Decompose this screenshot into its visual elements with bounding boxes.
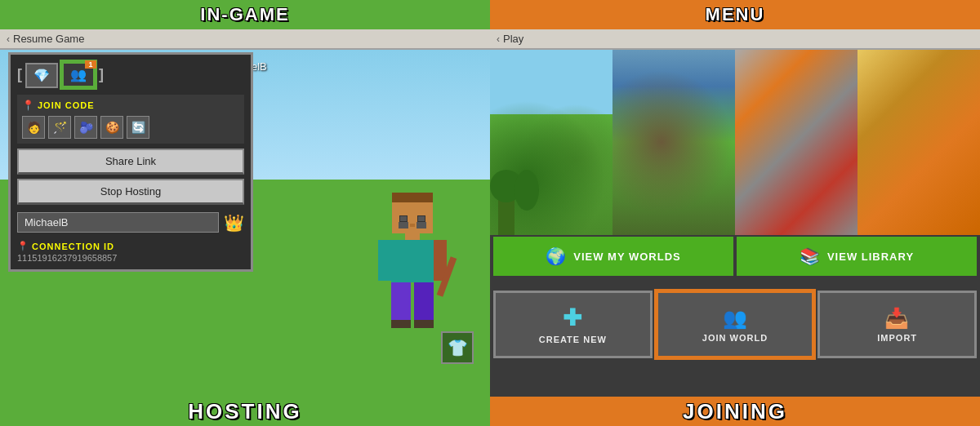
world-icon: 💎 (33, 68, 50, 83)
create-new-label: CREATE NEW (539, 335, 607, 344)
play-chevron-icon: ‹ (497, 33, 500, 45)
view-worlds-label: VIEW MY WORLDS (573, 251, 680, 263)
create-new-button[interactable]: ✚ CREATE NEW (493, 291, 653, 358)
player-icon-5: 🔄 (127, 116, 149, 139)
player-name-field: MichaelB (17, 212, 219, 233)
top-bar: IN-GAME MENU (0, 0, 980, 29)
view-library-button[interactable]: 📚 VIEW LIBRARY (737, 237, 977, 276)
player-icon-1: 🧑 (22, 116, 45, 139)
ingame-menu-panel: [ 💎 👥 1 ] 📍 JOIN CODE (8, 52, 253, 272)
worlds-icon: 🌍 (546, 246, 567, 266)
ingame-label: IN-GAME (0, 0, 490, 29)
tab-friends[interactable]: 👥 1 (61, 61, 96, 88)
world-image-2 (612, 49, 735, 235)
joining-label: JOINING (490, 397, 980, 426)
share-link-button[interactable]: Share Link (17, 149, 244, 175)
world-image-1 (490, 49, 612, 235)
bracket-left: [ (17, 66, 22, 83)
world-image-3 (735, 49, 858, 235)
steve-neck (405, 233, 420, 240)
join-world-label: JOIN WORLD (702, 333, 768, 343)
tab-bar: [ 💎 👥 1 ] (17, 61, 244, 88)
player-icon-2: 🪄 (48, 116, 71, 139)
import-label: IMPORT (877, 333, 917, 343)
connection-icon: 📍 (17, 241, 29, 251)
tab-world[interactable]: 💎 (25, 63, 58, 88)
chevron-left-icon: ‹ (7, 33, 10, 45)
crown-icon: 👑 (224, 213, 244, 233)
join-code-section: 📍 JOIN CODE 🧑 🪄 🫐 🍪 🔄 (17, 95, 244, 144)
friends-icon: 👥 (70, 67, 87, 82)
import-icon: 📥 (884, 307, 910, 330)
right-panel: ‹ Play 🌍 VIEW MY WORLDS 📚 VIEW LIBRA (490, 29, 980, 397)
steve-body (391, 240, 434, 282)
player-icons-row: 🧑 🪄 🫐 🍪 🔄 (22, 116, 239, 139)
left-panel: ‹ Resume Game MichaelB [ 💎 👥 1 ] (0, 29, 490, 397)
resume-bar: ‹ Resume Game (0, 29, 490, 50)
join-world-icon: 👥 (723, 307, 748, 330)
main-area: ‹ Resume Game MichaelB [ 💎 👥 1 ] (0, 29, 980, 397)
join-code-label: 📍 JOIN CODE (22, 100, 239, 111)
player-icon-3: 🫐 (74, 116, 97, 139)
world-image-4 (858, 49, 980, 235)
bottom-bar: HOSTING JOINING (0, 397, 980, 426)
play-label: Play (503, 33, 523, 45)
menu-label: MENU (490, 0, 980, 29)
view-my-worlds-button[interactable]: 🌍 VIEW MY WORLDS (493, 237, 733, 276)
view-library-label: VIEW LIBRARY (827, 251, 914, 263)
bracket-right: ] (99, 66, 104, 83)
steve-legs (391, 282, 434, 320)
player-icon-4: 🍪 (100, 116, 123, 139)
steve-head (392, 193, 433, 233)
view-buttons-row: 🌍 VIEW MY WORLDS 📚 VIEW LIBRARY (490, 237, 980, 276)
connection-id-label: 📍 CONNECTION ID (17, 241, 244, 251)
resume-label: Resume Game (13, 33, 84, 45)
join-code-icon: 📍 (22, 100, 34, 111)
action-buttons-row: ✚ CREATE NEW 👥 JOIN WORLD 📥 IMPORT (490, 291, 980, 358)
player-row: MichaelB 👑 (17, 209, 244, 236)
wardrobe-icon[interactable]: 👕 (441, 331, 474, 364)
steve-feet (391, 320, 434, 328)
world-images (490, 49, 980, 235)
friends-badge: 1 (85, 60, 96, 69)
play-bar: ‹ Play (490, 29, 980, 50)
library-icon: 📚 (800, 246, 821, 266)
connection-section: 📍 CONNECTION ID 11151916237919658857 (17, 241, 244, 263)
connection-id-value: 11151916237919658857 (17, 253, 244, 263)
hosting-label: HOSTING (0, 397, 490, 426)
create-icon: ✚ (563, 304, 582, 331)
import-button[interactable]: 📥 IMPORT (817, 291, 977, 358)
stop-hosting-button[interactable]: Stop Hosting (17, 179, 244, 205)
join-world-button[interactable]: 👥 JOIN WORLD (656, 291, 815, 358)
